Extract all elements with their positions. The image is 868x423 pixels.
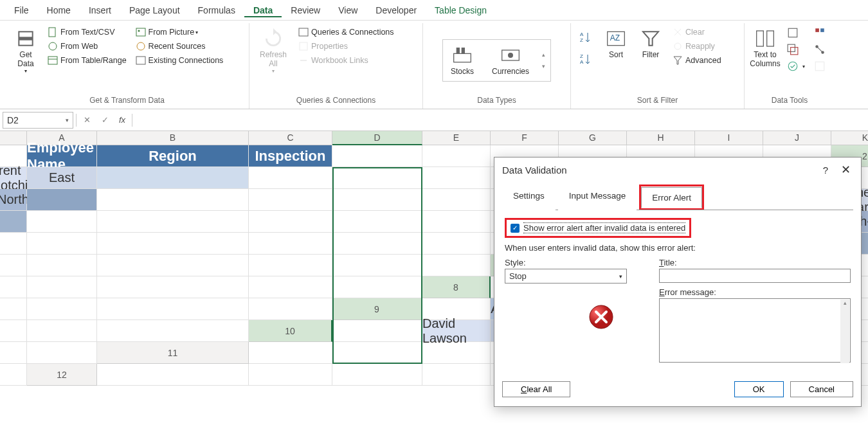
checkbox-label[interactable]: Show error alert after invalid data is e… [523, 222, 685, 233]
filter-button[interactable]: Filter [635, 26, 666, 62]
row-header-10[interactable]: 10 [249, 320, 332, 342]
empty-cell[interactable] [249, 255, 332, 276]
empty-cell[interactable] [0, 233, 27, 255]
title-input[interactable] [659, 269, 851, 283]
empty-cell[interactable] [0, 342, 27, 364]
select-all-corner[interactable] [0, 131, 27, 145]
menu-data[interactable]: Data [244, 3, 282, 17]
empty-cell[interactable] [422, 342, 491, 364]
empty-cell[interactable] [332, 145, 422, 167]
empty-cell[interactable] [249, 342, 332, 364]
menu-review[interactable]: Review [282, 3, 329, 17]
menu-insert[interactable]: Insert [80, 3, 120, 17]
empty-cell[interactable] [422, 145, 491, 167]
empty-cell[interactable] [422, 211, 491, 233]
dialog-titlebar[interactable]: Data Validation ? ✕ [494, 158, 861, 182]
empty-cell[interactable] [97, 211, 249, 233]
empty-cell[interactable] [332, 255, 422, 276]
empty-cell[interactable] [422, 233, 491, 255]
empty-cell[interactable] [249, 211, 332, 233]
empty-cell[interactable] [249, 364, 332, 386]
col-header-J[interactable]: J [763, 131, 831, 145]
sort-za-button[interactable]: ZA [576, 51, 597, 67]
empty-cell[interactable] [0, 276, 27, 298]
style-dropdown[interactable]: Stop▾ [505, 269, 627, 284]
from-picture-button[interactable]: From Picture ▾ [133, 26, 226, 39]
existing-connections-button[interactable]: Existing Connections [133, 54, 226, 67]
col-header-C[interactable]: C [249, 131, 332, 145]
empty-cell[interactable] [332, 320, 422, 342]
col-header-K[interactable]: K [831, 131, 868, 145]
empty-cell[interactable] [97, 189, 249, 211]
row-header-9[interactable]: 9 [332, 298, 422, 320]
help-button[interactable]: ? [823, 165, 828, 176]
empty-cell[interactable] [27, 298, 97, 320]
menu-tabledesign[interactable]: Table Design [426, 3, 496, 17]
menu-file[interactable]: File [5, 3, 38, 17]
name-box[interactable]: D2▾ [3, 112, 73, 129]
empty-cell[interactable] [27, 211, 97, 233]
row-header-11[interactable]: 11 [97, 342, 249, 364]
empty-cell[interactable] [422, 364, 491, 386]
empty-cell[interactable] [0, 255, 27, 276]
chevron-down-icon[interactable]: ▾ [542, 63, 545, 69]
table-cell[interactable]: Trent Cotchin [0, 167, 27, 189]
row-header-8[interactable]: 8 [422, 276, 491, 298]
from-web-button[interactable]: From Web [45, 40, 129, 53]
tab-settings[interactable]: Settings [502, 185, 556, 210]
empty-cell[interactable] [422, 189, 491, 211]
recent-sources-button[interactable]: Recent Sources [133, 40, 226, 53]
empty-cell[interactable] [0, 320, 27, 342]
sort-button[interactable]: AZ Sort [601, 26, 631, 62]
empty-cell[interactable] [27, 276, 97, 298]
empty-cell[interactable] [332, 233, 422, 255]
clear-button[interactable]: Clear [670, 26, 724, 39]
remove-dup-button[interactable] [784, 42, 808, 57]
data-model-button[interactable] [811, 59, 831, 73]
menu-pagelayout[interactable]: Page Layout [120, 3, 189, 17]
refresh-all-button[interactable]: Refresh All ▾ [255, 26, 292, 76]
clear-all-button[interactable]: Clear All [502, 381, 570, 397]
queries-connections-button[interactable]: Queries & Connections [296, 26, 397, 39]
empty-cell[interactable] [27, 342, 97, 364]
empty-cell[interactable] [249, 167, 332, 189]
col-header-B[interactable]: B [97, 131, 249, 145]
empty-cell[interactable] [332, 276, 422, 298]
empty-cell[interactable] [422, 167, 491, 189]
chevron-up-icon[interactable]: ▴ [542, 51, 545, 58]
properties-button[interactable]: Properties [296, 40, 397, 53]
ok-button[interactable]: OK [734, 381, 784, 397]
cancel-formula-button[interactable]: ✕ [79, 115, 95, 125]
stocks-button[interactable]: Stocks [446, 42, 479, 78]
tab-input-message[interactable]: Input Message [558, 185, 637, 210]
empty-cell[interactable] [27, 320, 97, 342]
empty-cell[interactable] [97, 276, 249, 298]
from-table-button[interactable]: From Table/Range [45, 54, 129, 67]
empty-cell[interactable] [422, 255, 491, 276]
empty-cell[interactable] [249, 276, 332, 298]
empty-cell[interactable] [97, 320, 249, 342]
empty-cell[interactable] [332, 342, 422, 364]
text-to-columns-button[interactable]: Text to Columns [750, 26, 781, 71]
data-validation-button[interactable]: ▾ [784, 59, 808, 73]
table-cell[interactable] [27, 189, 97, 211]
col-header-G[interactable]: G [559, 131, 627, 145]
sort-az-button[interactable]: AZ [576, 30, 597, 45]
currencies-button[interactable]: Currencies [487, 42, 534, 78]
relationships-button[interactable] [811, 42, 831, 57]
empty-cell[interactable] [249, 233, 332, 255]
menu-view[interactable]: View [329, 3, 366, 17]
table-header[interactable]: Inspection [249, 145, 332, 167]
table-header[interactable]: Employee Name [27, 145, 97, 167]
empty-cell[interactable] [249, 298, 332, 320]
advanced-button[interactable]: Advanced [670, 54, 724, 67]
empty-cell[interactable] [27, 233, 97, 255]
table-cell[interactable]: East [27, 167, 97, 189]
cancel-button[interactable]: Cancel [790, 381, 853, 397]
consolidate-button[interactable] [811, 26, 831, 40]
empty-cell[interactable] [0, 298, 27, 320]
menu-formulas[interactable]: Formulas [189, 3, 244, 17]
get-data-button[interactable]: Get Data ▾ [10, 26, 41, 76]
flash-fill-button[interactable] [784, 26, 808, 40]
col-header-I[interactable]: I [695, 131, 763, 145]
